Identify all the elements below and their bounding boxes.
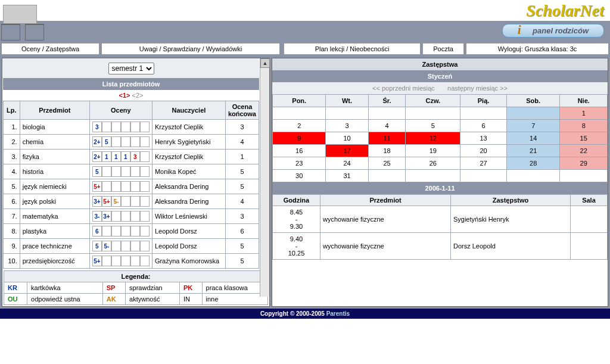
cal-day[interactable]: 3 [326, 120, 368, 132]
cal-day[interactable]: 20 [460, 145, 507, 157]
cal-day[interactable]: 29 [560, 157, 608, 170]
grade-box[interactable] [102, 166, 111, 177]
grade-box[interactable]: 2+ [92, 136, 102, 147]
grade-box[interactable] [102, 226, 111, 237]
grade-box[interactable]: 5+ [102, 196, 111, 207]
grade-box[interactable] [111, 241, 121, 251]
grade-box[interactable] [140, 241, 150, 251]
grade-box[interactable] [130, 226, 140, 237]
grade-box[interactable]: 5- [102, 241, 111, 251]
cal-day[interactable]: 12 [406, 132, 460, 145]
grade-box[interactable] [121, 211, 130, 222]
grade-box[interactable] [140, 122, 150, 132]
nav-plan[interactable]: Plan lekcji / Nieobecności [284, 43, 421, 55]
grade-box[interactable] [140, 226, 150, 237]
grade-box[interactable]: 3+ [92, 196, 102, 207]
cal-day[interactable]: 26 [406, 157, 460, 170]
cal-day[interactable]: 6 [460, 120, 507, 132]
grade-box[interactable]: 2+ [92, 151, 102, 162]
footer-link[interactable]: Parentis [326, 310, 350, 317]
grade-box[interactable] [130, 241, 140, 251]
grade-box[interactable] [140, 196, 150, 207]
grade-box[interactable]: 1 [111, 151, 121, 162]
nav-mail[interactable]: Poczta [422, 43, 464, 55]
grade-box[interactable]: 3+ [102, 211, 111, 222]
next-month[interactable]: następny miesiąc >> [447, 85, 508, 92]
grade-box[interactable] [111, 122, 121, 132]
grade-box[interactable] [111, 226, 121, 237]
grade-box[interactable] [140, 181, 150, 192]
grade-box[interactable] [111, 166, 121, 177]
cal-day[interactable]: 15 [560, 132, 608, 145]
cal-day[interactable]: 14 [506, 132, 559, 145]
cal-day[interactable]: 19 [406, 145, 460, 157]
grade-box[interactable] [140, 151, 150, 162]
grade-box[interactable] [130, 122, 140, 132]
cal-day[interactable]: 23 [273, 157, 326, 170]
grade-box[interactable] [111, 211, 121, 222]
prev-month[interactable]: << poprzedni miesiąc [372, 85, 435, 92]
nav-notes[interactable]: Uwagi / Sprawdziany / Wywiadówki [101, 43, 280, 55]
grade-box[interactable]: 5 [102, 136, 111, 147]
cal-day[interactable]: 24 [326, 157, 368, 170]
cal-day[interactable]: 11 [368, 132, 406, 145]
grade-box[interactable]: 5+ [92, 256, 102, 266]
cal-day[interactable]: 8 [560, 120, 608, 132]
cal-day[interactable]: 22 [560, 145, 608, 157]
cal-day[interactable]: 18 [368, 145, 406, 157]
grade-box[interactable] [111, 136, 121, 147]
grade-box[interactable]: 5+ [92, 181, 102, 192]
grade-box[interactable]: 3 [92, 122, 102, 132]
grade-box[interactable]: 5 [92, 241, 102, 251]
grade-box[interactable] [130, 181, 140, 192]
grade-box[interactable]: 3 [130, 151, 140, 162]
pager-1[interactable]: <1> [119, 92, 130, 99]
cal-day[interactable]: 9 [273, 132, 326, 145]
grade-box[interactable] [102, 256, 111, 266]
cal-day[interactable]: 25 [368, 157, 406, 170]
cal-day[interactable]: 10 [326, 132, 368, 145]
grade-box[interactable] [121, 256, 130, 266]
cal-day[interactable]: 5 [406, 120, 460, 132]
grade-box[interactable]: 5- [111, 196, 121, 207]
cal-day[interactable]: 28 [506, 157, 559, 170]
nav-logout[interactable]: Wyloguj: Gruszka klasa: 3c [466, 43, 609, 55]
grade-box[interactable]: 1 [121, 151, 130, 162]
cal-day[interactable]: 1 [560, 107, 608, 120]
scrollbar[interactable]: ▲ [260, 58, 269, 297]
grade-box[interactable] [121, 166, 130, 177]
grade-box[interactable]: 5 [92, 166, 102, 177]
grade-box[interactable] [121, 122, 130, 132]
grade-box[interactable] [111, 256, 121, 266]
grade-box[interactable] [130, 166, 140, 177]
cal-day[interactable]: 31 [326, 170, 368, 182]
grade-box[interactable] [130, 211, 140, 222]
grade-box[interactable] [121, 241, 130, 251]
cal-day[interactable]: 2 [273, 120, 326, 132]
grade-box[interactable]: 6 [92, 226, 102, 237]
grade-box[interactable] [130, 136, 140, 147]
scroll-up-icon[interactable]: ▲ [260, 58, 270, 68]
grade-box[interactable] [121, 136, 130, 147]
grade-box[interactable] [140, 166, 150, 177]
grade-box[interactable] [140, 136, 150, 147]
semester-select[interactable]: semestr 1 [108, 63, 154, 74]
grade-box[interactable]: 3- [92, 211, 102, 222]
cal-day[interactable]: 7 [506, 120, 559, 132]
grade-box[interactable] [111, 181, 121, 192]
grade-box[interactable] [130, 256, 140, 266]
grade-box[interactable] [102, 181, 111, 192]
cal-day[interactable]: 4 [368, 120, 406, 132]
grade-box[interactable] [140, 256, 150, 266]
grade-box[interactable] [121, 181, 130, 192]
grade-box[interactable] [140, 211, 150, 222]
nav-grades[interactable]: Oceny / Zastępstwa [1, 43, 99, 55]
grade-box[interactable]: 1 [102, 151, 111, 162]
cal-day[interactable]: 17 [326, 145, 368, 157]
cal-day[interactable]: 30 [273, 170, 326, 182]
grade-box[interactable] [121, 226, 130, 237]
cal-day[interactable]: 16 [273, 145, 326, 157]
grade-box[interactable] [121, 196, 130, 207]
cal-day[interactable]: 27 [460, 157, 507, 170]
cal-day[interactable]: 13 [460, 132, 507, 145]
